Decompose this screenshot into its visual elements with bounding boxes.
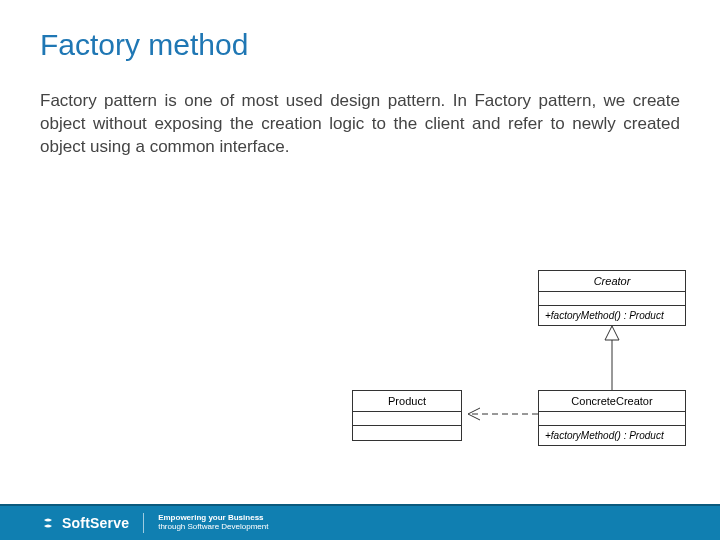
softserve-logo-icon [40, 515, 56, 531]
uml-creator-name: Creator [539, 271, 685, 292]
uml-concretecreator-name: ConcreteCreator [539, 391, 685, 412]
slide-title: Factory method [40, 28, 680, 62]
footer-brand-text: SoftServe [62, 515, 129, 531]
footer-tagline: Empowering your Business through Softwar… [144, 514, 268, 532]
svg-marker-1 [605, 326, 619, 340]
uml-product-attrs [353, 412, 461, 426]
uml-creator-box: Creator +factoryMethod() : Product [538, 270, 686, 326]
uml-concretecreator-op: +factoryMethod() : Product [539, 426, 685, 445]
uml-product-box: Product [352, 390, 462, 441]
uml-product-ops [353, 426, 461, 440]
uml-concretecreator-attrs [539, 412, 685, 426]
uml-concretecreator-box: ConcreteCreator +factoryMethod() : Produ… [538, 390, 686, 446]
footer-tagline-line2: through Software Development [158, 523, 268, 532]
footer-logo: SoftServe [0, 513, 144, 533]
slide-footer: SoftServe Empowering your Business throu… [0, 506, 720, 540]
footer-accent-line [0, 504, 720, 506]
slide-body-text: Factory pattern is one of most used desi… [40, 90, 680, 159]
uml-product-name: Product [353, 391, 461, 412]
uml-creator-op: +factoryMethod() : Product [539, 306, 685, 325]
uml-creator-attrs [539, 292, 685, 306]
